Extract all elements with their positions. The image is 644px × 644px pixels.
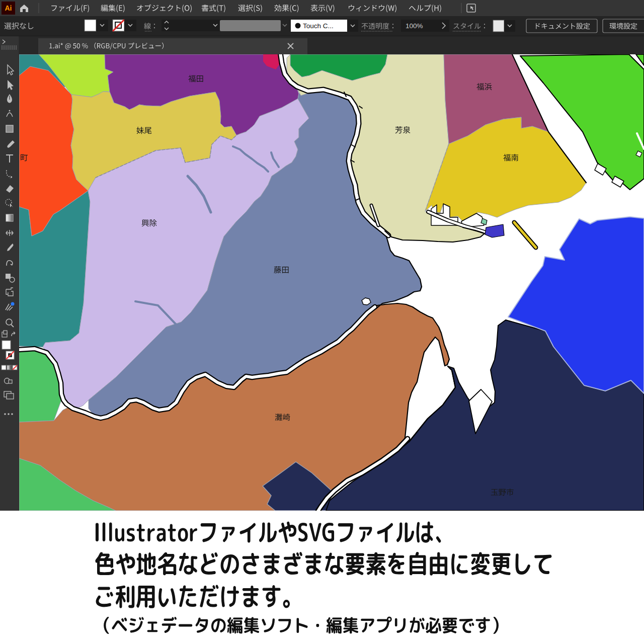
svg-text:Touch C...: Touch C... — [303, 22, 334, 30]
svg-text:100%: 100% — [406, 22, 423, 30]
